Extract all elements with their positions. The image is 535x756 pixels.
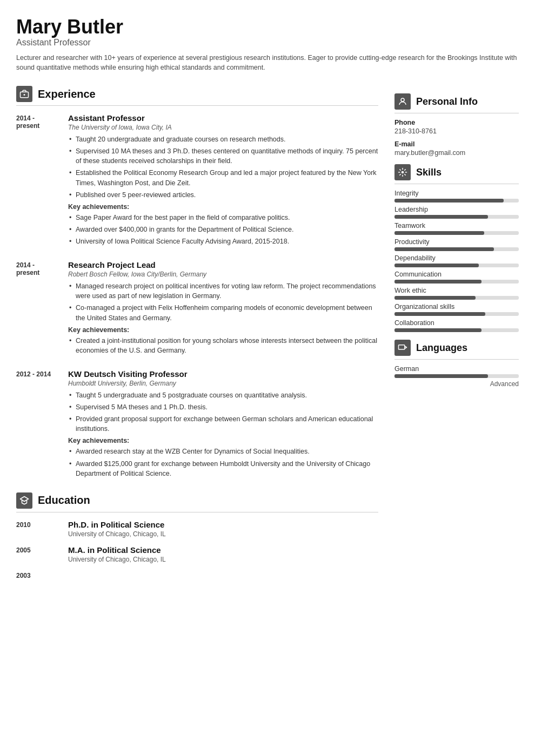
- skill-name: Leadership: [394, 206, 519, 213]
- email-value: mary.butler@gmail.com: [394, 149, 519, 157]
- list-item: Established the Political Economy Resear…: [68, 168, 378, 187]
- skill-bar-bg: [394, 215, 519, 219]
- list-item: University of Iowa Political Science Fac…: [68, 237, 378, 246]
- list-item: Published over 5 peer-reviewed articles.: [68, 190, 378, 200]
- skill-bar-bg: [394, 312, 519, 316]
- languages-section-header: Languages: [394, 340, 519, 356]
- skill-bar-bg: [394, 247, 519, 251]
- exp-dates: 2014 - present: [16, 113, 59, 248]
- candidate-title: Assistant Professor: [16, 38, 519, 48]
- education-icon: [16, 492, 32, 509]
- list-item: Managed research project on political in…: [68, 281, 378, 301]
- list-item: Awarded over $400,000 in grants for the …: [68, 225, 378, 234]
- edu-school: University of Chicago, Chicago, IL: [68, 556, 166, 563]
- skill-bar-bg: [394, 199, 519, 202]
- personal-info-divider: [394, 113, 519, 113]
- exp-bullets: Managed research project on political in…: [68, 281, 378, 323]
- phone-label: Phone: [394, 119, 519, 126]
- education-divider: [16, 512, 378, 512]
- skills-divider: [394, 184, 519, 184]
- experience-icon: [16, 86, 32, 102]
- edu-degree: M.A. in Political Science: [68, 545, 166, 555]
- skill-name: Collaboration: [394, 319, 519, 327]
- skill-name: Dependability: [394, 254, 519, 262]
- key-achievements-label: Key achievements:: [68, 326, 378, 334]
- exp-job-title: Research Project Lead: [68, 260, 378, 269]
- exp-org: Robert Bosch Fellow, Iowa City/Berlin, G…: [68, 271, 378, 278]
- skill-name: Teamwork: [394, 222, 519, 230]
- edu-year: 2003: [16, 571, 59, 579]
- svg-rect-6: [399, 345, 405, 349]
- experience-entry: 2014 - presentAssistant ProfessorThe Uni…: [16, 113, 378, 248]
- exp-dates: 2012 - 2014: [16, 369, 59, 481]
- achievements-list: Created a joint-institutional position f…: [68, 336, 378, 355]
- skill-bar-bg: [394, 264, 519, 267]
- resume-page: Mary Butler Assistant Professor Lecturer…: [0, 0, 535, 603]
- skill-bar-fill: [394, 247, 494, 251]
- experience-title: Experience: [38, 88, 96, 100]
- candidate-summary: Lecturer and researcher with 10+ years o…: [16, 53, 519, 73]
- skill-bar-bg: [394, 296, 519, 300]
- list-item: Co-managed a project with Felix Hoffenhe…: [68, 303, 378, 322]
- svg-point-4: [401, 98, 404, 102]
- exp-bullets: Taught 5 undergraduate and 5 postgraduat…: [68, 390, 378, 434]
- education-entries: 2010Ph.D. in Political ScienceUniversity…: [16, 520, 378, 579]
- exp-content: Assistant ProfessorThe University of Iow…: [68, 113, 378, 248]
- edu-school: University of Chicago, Chicago, IL: [68, 530, 166, 538]
- list-item: Supervised 10 MA theses and 3 Ph.D. thes…: [68, 146, 378, 166]
- skill-bar-fill: [394, 215, 488, 219]
- lang-name: German: [394, 365, 519, 373]
- experience-entries: 2014 - presentAssistant ProfessorThe Uni…: [16, 113, 378, 481]
- personal-info-section-header: Personal Info: [394, 93, 519, 110]
- exp-job-title: Assistant Professor: [68, 113, 378, 123]
- header: Mary Butler Assistant Professor Lecturer…: [16, 16, 519, 73]
- personal-info-title: Personal Info: [416, 96, 478, 107]
- languages-title: Languages: [416, 342, 467, 354]
- skill-bar-bg: [394, 280, 519, 284]
- skill-name: Work ethic: [394, 287, 519, 294]
- lang-bar-bg: [394, 374, 519, 378]
- key-achievements-label: Key achievements:: [68, 437, 378, 444]
- experience-entry: 2012 - 2014KW Deutsch Visiting Professor…: [16, 369, 378, 481]
- skill-bar-fill: [394, 280, 482, 284]
- edu-content: Ph.D. in Political ScienceUniversity of …: [68, 520, 166, 538]
- languages-list: GermanAdvanced: [394, 365, 519, 388]
- candidate-name: Mary Butler: [16, 16, 519, 38]
- key-achievements-label: Key achievements:: [68, 203, 378, 211]
- exp-dates: 2014 - present: [16, 260, 59, 357]
- skill-bar-fill: [394, 328, 482, 332]
- skills-list: IntegrityLeadershipTeamworkProductivityD…: [394, 190, 519, 332]
- exp-org: Humboldt University, Berlin, Germany: [68, 380, 378, 387]
- achievements-list: Awarded research stay at the WZB Center …: [68, 447, 378, 478]
- skills-title: Skills: [416, 167, 442, 178]
- exp-bullets: Taught 20 undergraduate and graduate cou…: [68, 134, 378, 200]
- exp-job-title: KW Deutsch Visiting Professor: [68, 369, 378, 379]
- edu-year: 2005: [16, 545, 59, 563]
- edu-year: 2010: [16, 520, 59, 538]
- list-item: Taught 20 undergraduate and graduate cou…: [68, 134, 378, 144]
- right-column: Personal Info Phone 218-310-8761 E-mail …: [394, 86, 519, 587]
- skills-icon: [394, 164, 411, 180]
- exp-content: Research Project LeadRobert Bosch Fellow…: [68, 260, 378, 357]
- svg-point-5: [402, 171, 404, 174]
- left-column: Experience 2014 - presentAssistant Profe…: [16, 86, 378, 587]
- skill-bar-fill: [394, 312, 485, 316]
- list-item: Taught 5 undergraduate and 5 postgraduat…: [68, 390, 378, 400]
- exp-content: KW Deutsch Visiting ProfessorHumboldt Un…: [68, 369, 378, 481]
- list-item: Provided grant proposal support for exch…: [68, 414, 378, 434]
- experience-section-header: Experience: [16, 86, 378, 102]
- skill-name: Integrity: [394, 190, 519, 197]
- skill-bar-bg: [394, 328, 519, 332]
- personal-info-icon: [394, 93, 411, 110]
- languages-icon: [394, 340, 411, 356]
- lang-bar-fill: [394, 374, 488, 378]
- skill-bar-fill: [394, 199, 504, 202]
- exp-org: The University of Iowa, Iowa City, IA: [68, 124, 378, 131]
- skill-bar-fill: [394, 231, 484, 235]
- skill-name: Communication: [394, 271, 519, 278]
- list-item: Created a joint-institutional position f…: [68, 336, 378, 355]
- education-entry: 2005M.A. in Political ScienceUniversity …: [16, 545, 378, 563]
- achievements-list: Sage Paper Award for the best paper in t…: [68, 213, 378, 246]
- education-entry: 2010Ph.D. in Political ScienceUniversity…: [16, 520, 378, 538]
- edu-degree: Ph.D. in Political Science: [68, 520, 166, 529]
